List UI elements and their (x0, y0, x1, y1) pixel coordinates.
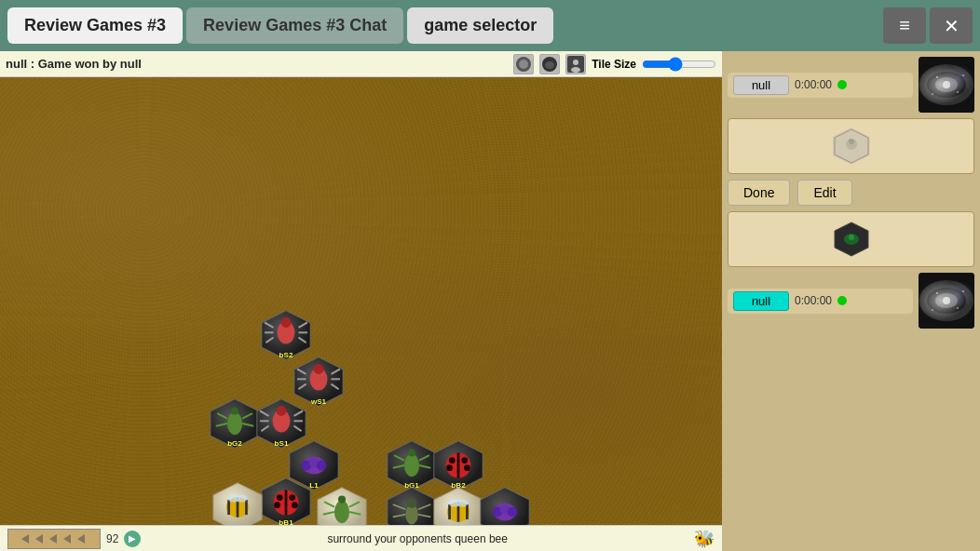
hex-tile-bg1[interactable]: bG1 (387, 440, 437, 491)
player1-row: null 0:00:00 (728, 73, 913, 98)
next-frame-button[interactable]: ▶ (124, 531, 141, 547)
svg-point-189 (962, 74, 964, 76)
tab-review-games-chat[interactable]: Review Games #3 Chat (186, 7, 403, 44)
player1-time: 0:00:00 (795, 78, 832, 91)
svg-point-10 (281, 317, 292, 328)
svg-point-97 (461, 457, 468, 464)
status-bar: null : Game won by null (0, 51, 722, 77)
svg-point-183 (923, 68, 970, 101)
icon-current[interactable] (565, 54, 586, 74)
svg-point-60 (277, 494, 283, 501)
svg-point-85 (404, 454, 419, 477)
game-status: null : Game won by null (6, 57, 142, 71)
player2-block: null 0:00:00 (728, 273, 974, 329)
bee-icon: 🐝 (694, 529, 715, 549)
sidebar: null 0:00:00 (722, 51, 980, 551)
svg-point-185 (943, 81, 950, 88)
svg-point-202 (932, 309, 933, 311)
svg-point-99 (464, 464, 470, 471)
hex-tile-bl1[interactable]: bL1 (480, 487, 530, 525)
svg-text:wB2: wB2 (229, 523, 246, 525)
svg-point-63 (292, 502, 298, 508)
svg-point-86 (408, 449, 415, 456)
done-button[interactable]: Done (728, 180, 790, 206)
player2-avatar (919, 273, 974, 329)
svg-point-6 (571, 67, 580, 73)
hex-tile-wq[interactable]: wQ (433, 487, 483, 525)
hex-tile-wb2[interactable]: wB2 (212, 482, 263, 525)
svg-text:bB1: bB1 (279, 518, 293, 525)
bottom-bar: 92 ▶ surround your opponents queen bee 🐝 (0, 525, 722, 551)
svg-point-197 (923, 284, 970, 317)
player1-block: null 0:00:00 (728, 57, 974, 113)
svg-point-192 (849, 139, 854, 144)
game-board[interactable]: bS2 wS1 bG2 (0, 77, 722, 525)
svg-point-5 (573, 60, 578, 65)
tab-game-selector[interactable]: game selector (407, 7, 553, 44)
svg-point-184 (935, 77, 958, 92)
mini-map[interactable] (7, 529, 101, 549)
menu-button[interactable]: ≡ (883, 7, 926, 44)
hex-tile-bb2[interactable]: bB2 (433, 440, 483, 491)
svg-rect-182 (919, 57, 974, 113)
tile-size-label: Tile Size (592, 58, 636, 71)
svg-point-3 (545, 61, 554, 69)
svg-point-76 (334, 501, 349, 523)
hex-tile-bb1[interactable]: bB1 (261, 477, 311, 525)
svg-point-32 (231, 407, 238, 414)
player2-name-button[interactable]: null (733, 291, 789, 311)
svg-point-124 (508, 507, 518, 517)
hex-piece-dark (833, 221, 870, 258)
svg-text:bG2: bG2 (227, 439, 242, 448)
piece-selector-1[interactable] (728, 118, 974, 174)
player1-name-button[interactable]: null (733, 75, 789, 95)
svg-point-201 (957, 307, 959, 309)
svg-point-195 (849, 235, 854, 240)
main-area: null : Game won by null (0, 51, 980, 551)
svg-point-186 (936, 76, 938, 78)
topbar: Review Games #3 Review Games #3 Chat gam… (0, 0, 980, 51)
hex-tile-bm1[interactable]: bM1 (387, 487, 437, 525)
hex-tile-bg2[interactable]: bG2 (210, 398, 260, 449)
svg-point-61 (289, 494, 295, 501)
hint-text: surround your opponents queen bee (146, 532, 688, 545)
svg-rect-196 (919, 273, 974, 329)
close-button[interactable]: ✕ (930, 7, 973, 44)
svg-point-21 (314, 364, 324, 374)
svg-point-117 (456, 500, 469, 507)
edit-button[interactable]: Edit (797, 180, 851, 206)
svg-point-31 (227, 412, 242, 435)
action-buttons: Done Edit (728, 180, 974, 206)
icon-player1[interactable] (513, 54, 534, 74)
frame-count: 92 (106, 532, 118, 545)
game-area: null : Game won by null (0, 51, 722, 551)
tile-size-slider[interactable] (642, 57, 716, 72)
svg-point-200 (936, 292, 938, 294)
svg-point-41 (277, 406, 287, 416)
svg-point-104 (407, 498, 417, 508)
hex-tile-bs2[interactable]: bS2 (261, 310, 311, 360)
svg-text:bS1: bS1 (275, 439, 289, 448)
svg-point-77 (338, 495, 346, 503)
hex-tile-wg2[interactable]: wG2 (317, 487, 367, 525)
piece-selector-2[interactable] (728, 211, 974, 267)
svg-point-54 (317, 461, 327, 471)
svg-point-199 (943, 297, 950, 304)
svg-point-188 (932, 93, 933, 95)
svg-text:bS2: bS2 (279, 351, 293, 359)
svg-point-203 (962, 290, 964, 292)
player1-dot (837, 80, 847, 89)
svg-point-96 (449, 457, 456, 464)
svg-point-1 (519, 60, 528, 69)
player2-row: null 0:00:00 (728, 289, 913, 314)
svg-point-98 (446, 464, 453, 471)
hex-piece-light (833, 128, 870, 165)
svg-point-62 (274, 502, 280, 508)
svg-point-72 (235, 495, 247, 503)
icon-player2[interactable] (539, 54, 560, 74)
svg-text:wS1: wS1 (310, 397, 327, 406)
player2-time: 0:00:00 (795, 294, 832, 307)
tab-review-games[interactable]: Review Games #3 (7, 7, 183, 44)
svg-point-187 (957, 91, 959, 93)
player2-dot (837, 296, 847, 305)
